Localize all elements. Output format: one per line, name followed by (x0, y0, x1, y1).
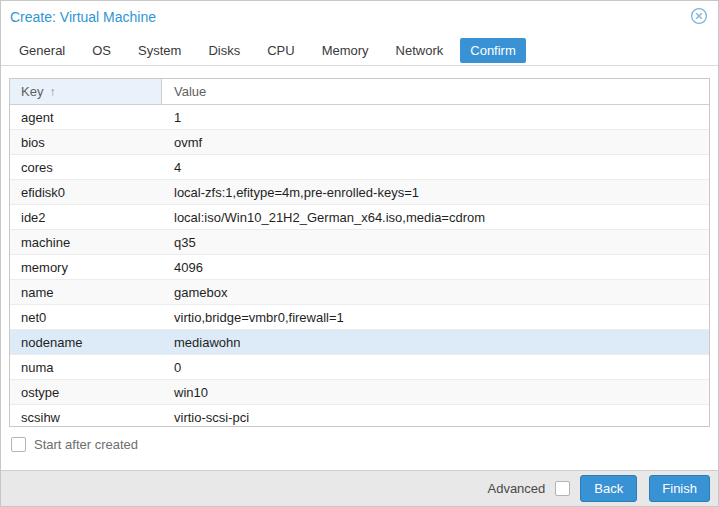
sort-ascending-icon: ↑ (49, 85, 55, 99)
row-value: virtio-scsi-pci (162, 410, 709, 425)
column-header-key[interactable]: Key ↑ (10, 79, 162, 104)
tab-network[interactable]: Network (386, 38, 454, 63)
dialog-footer: Advanced Back Finish (1, 470, 718, 506)
close-icon[interactable] (690, 7, 708, 25)
row-value: virtio,bridge=vmbr0,firewall=1 (162, 310, 709, 325)
tab-os[interactable]: OS (82, 38, 121, 63)
row-value: local:iso/Win10_21H2_German_x64.iso,medi… (162, 210, 709, 225)
table-row[interactable]: net0 virtio,bridge=vmbr0,firewall=1 (10, 305, 709, 330)
row-key: bios (10, 135, 162, 150)
table-row[interactable]: agent 1 (10, 105, 709, 130)
tab-system[interactable]: System (128, 38, 191, 63)
tab-disks[interactable]: Disks (198, 38, 250, 63)
row-value: 0 (162, 360, 709, 375)
column-header-key-label: Key (21, 84, 43, 99)
advanced-checkbox[interactable] (555, 481, 570, 496)
row-key: cores (10, 160, 162, 175)
table-body: agent 1 bios ovmf cores 4 efidisk0 local… (10, 105, 709, 427)
start-after-created-label: Start after created (34, 437, 138, 452)
row-value: mediawohn (162, 335, 709, 350)
finish-button[interactable]: Finish (649, 475, 710, 502)
dialog-title: Create: Virtual Machine (10, 9, 156, 25)
row-value: gamebox (162, 285, 709, 300)
table-row[interactable]: ide2 local:iso/Win10_21H2_German_x64.iso… (10, 205, 709, 230)
row-key: machine (10, 235, 162, 250)
table-row[interactable]: efidisk0 local-zfs:1,efitype=4m,pre-enro… (10, 180, 709, 205)
tab-confirm[interactable]: Confirm (460, 38, 526, 63)
back-button[interactable]: Back (580, 475, 637, 502)
table-row[interactable]: nodename mediawohn (10, 330, 709, 355)
start-after-created-checkbox[interactable] (11, 437, 26, 452)
row-value: ovmf (162, 135, 709, 150)
row-key: net0 (10, 310, 162, 325)
row-value: win10 (162, 385, 709, 400)
row-key: nodename (10, 335, 162, 350)
table-row[interactable]: numa 0 (10, 355, 709, 380)
table-row[interactable]: memory 4096 (10, 255, 709, 280)
table-row[interactable]: machine q35 (10, 230, 709, 255)
confirm-settings-table: Key ↑ Value agent 1 bios ovmf cores 4 ef… (9, 78, 710, 427)
row-value: 4096 (162, 260, 709, 275)
table-row[interactable]: ostype win10 (10, 380, 709, 405)
table-row[interactable]: bios ovmf (10, 130, 709, 155)
row-value: 4 (162, 160, 709, 175)
column-header-value[interactable]: Value (162, 79, 709, 104)
column-header-value-label: Value (174, 84, 206, 99)
row-key: numa (10, 360, 162, 375)
row-value: q35 (162, 235, 709, 250)
row-key: efidisk0 (10, 185, 162, 200)
tab-bar: GeneralOSSystemDisksCPUMemoryNetworkConf… (1, 30, 718, 66)
table-row[interactable]: cores 4 (10, 155, 709, 180)
table-row[interactable]: scsihw virtio-scsi-pci (10, 405, 709, 427)
row-key: memory (10, 260, 162, 275)
tab-cpu[interactable]: CPU (257, 38, 304, 63)
table-header: Key ↑ Value (10, 79, 709, 105)
row-value: local-zfs:1,efitype=4m,pre-enrolled-keys… (162, 185, 709, 200)
row-key: ide2 (10, 210, 162, 225)
row-key: ostype (10, 385, 162, 400)
row-value: 1 (162, 110, 709, 125)
table-row[interactable]: name gamebox (10, 280, 709, 305)
row-key: scsihw (10, 410, 162, 425)
advanced-label: Advanced (487, 481, 545, 496)
row-key: agent (10, 110, 162, 125)
row-key: name (10, 285, 162, 300)
start-after-created-option[interactable]: Start after created (11, 437, 710, 452)
dialog-titlebar: Create: Virtual Machine (1, 1, 718, 30)
tab-general[interactable]: General (9, 38, 75, 63)
tab-memory[interactable]: Memory (312, 38, 379, 63)
confirm-panel: Key ↑ Value agent 1 bios ovmf cores 4 ef… (1, 66, 718, 452)
create-vm-dialog: Create: Virtual Machine GeneralOSSystemD… (0, 0, 719, 507)
